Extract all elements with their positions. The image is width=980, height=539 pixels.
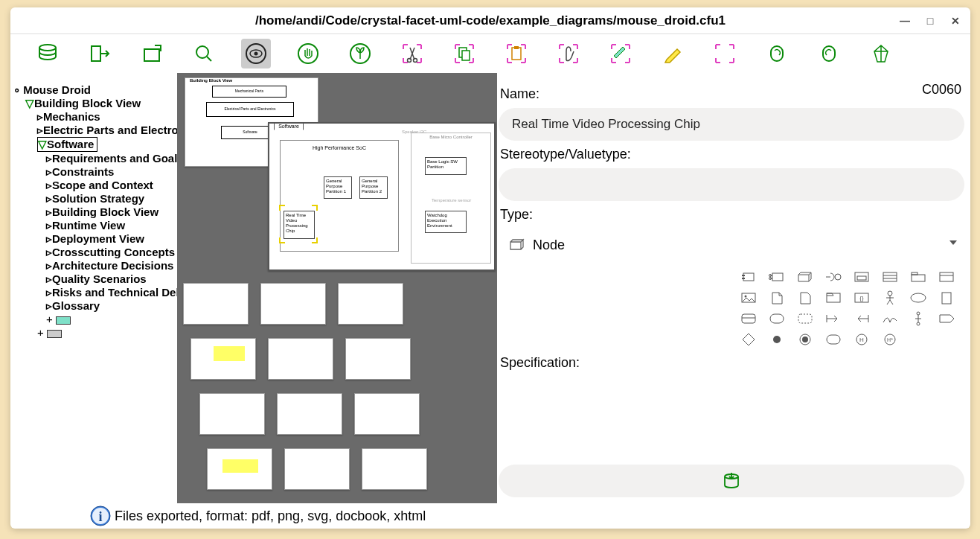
cut-icon[interactable]: [397, 39, 427, 68]
tree-new-child[interactable]: +: [10, 313, 177, 326]
palette-boundary-icon[interactable]: [933, 288, 960, 307]
palette-constraint-icon[interactable]: {}: [848, 288, 875, 307]
svg-point-0: [39, 45, 56, 51]
name-field[interactable]: Real Time Video Processing Chip: [499, 108, 964, 141]
palette-interface-req-icon[interactable]: [820, 267, 847, 287]
palette-decision-icon[interactable]: [735, 330, 762, 349]
view-eye-icon[interactable]: [241, 39, 271, 68]
palette-class-icon[interactable]: [877, 267, 903, 287]
tree-requirements[interactable]: ▹Requirements and Goals: [10, 152, 177, 165]
thumb-10[interactable]: [207, 448, 272, 490]
paste-icon[interactable]: [502, 39, 531, 68]
stereotype-label: Stereotype/Valuetype:: [500, 147, 964, 162]
palette-block-icon[interactable]: [735, 267, 762, 287]
block-gp1[interactable]: General Purpose Partition 1: [324, 176, 352, 199]
reset-selection-icon[interactable]: [710, 39, 740, 68]
palette-activity-icon[interactable]: [792, 309, 819, 328]
palette-deep-history-icon[interactable]: H*: [877, 330, 903, 349]
commit-button[interactable]: [499, 465, 964, 497]
copy-icon[interactable]: [449, 39, 479, 68]
type-dropdown[interactable]: Node: [499, 229, 964, 261]
palette-file-icon[interactable]: [792, 288, 819, 307]
thumb-6[interactable]: [345, 338, 411, 380]
palette-fork-icon[interactable]: [905, 309, 932, 328]
tree-risks[interactable]: ▹Risks and Technical Debts: [10, 286, 177, 299]
palette-roundrect-icon[interactable]: [763, 309, 790, 328]
tree-deployment[interactable]: ▹Deployment View: [10, 232, 177, 246]
plant-icon[interactable]: [345, 39, 375, 68]
palette-component-icon[interactable]: [763, 267, 790, 287]
main-diagram[interactable]: Software High Performance SoC General Pu…: [268, 122, 496, 271]
thumb-12[interactable]: [362, 448, 427, 490]
block-wde[interactable]: Watchdog Execution Environment: [425, 211, 467, 233]
export-icon[interactable]: [85, 39, 115, 68]
block-gp2[interactable]: General Purpose Partition 2: [359, 176, 388, 199]
tree-new-sibling[interactable]: +: [10, 326, 177, 339]
palette-actor-icon[interactable]: [877, 288, 903, 307]
palette-send-icon[interactable]: [820, 309, 847, 328]
palette-receive-icon[interactable]: [848, 309, 875, 328]
tree-root[interactable]: ∘ Mouse Droid: [10, 83, 177, 97]
hand-icon[interactable]: [293, 39, 323, 68]
palette-part-icon[interactable]: [848, 267, 875, 287]
search-icon[interactable]: [189, 39, 219, 68]
tree-software[interactable]: ▽Software: [37, 137, 97, 152]
palette-state-icon[interactable]: [735, 309, 762, 328]
tree-quality[interactable]: ▹Quality Scenarios: [10, 272, 177, 286]
database-save-icon: [721, 471, 742, 491]
tree-electric[interactable]: ▹Electric Parts and Electronics: [10, 124, 177, 137]
block-rtv[interactable]: Real Time Video Processing Chip: [284, 211, 315, 239]
palette-image-icon[interactable]: [735, 288, 762, 307]
tree-glossary[interactable]: ▹Glossary: [10, 299, 177, 313]
block-blsw[interactable]: Base Logic SW Partition: [425, 157, 467, 175]
palette-node-icon[interactable]: [792, 267, 819, 287]
palette-initial-icon[interactable]: [763, 330, 790, 349]
tree-crosscutting[interactable]: ▹Crosscutting Concepts: [10, 246, 177, 259]
tree-runtime[interactable]: ▹Runtime View: [10, 219, 177, 232]
canvas-area[interactable]: Building Block View Mechanical Parts Ele…: [177, 73, 497, 503]
instantiate-icon[interactable]: [606, 39, 635, 68]
tree-constraints[interactable]: ▹Constraints: [10, 165, 177, 179]
tree-bbv[interactable]: ▹Building Block View: [10, 205, 177, 219]
thumb-7[interactable]: [199, 393, 265, 435]
palette-shallow-history-icon[interactable]: [820, 330, 847, 349]
highlight-icon[interactable]: [658, 39, 688, 68]
maximize-button[interactable]: □: [918, 10, 942, 31]
tree-solution[interactable]: ▹Solution Strategy: [10, 192, 177, 205]
thumb-11[interactable]: [284, 448, 350, 490]
palette-frame-icon[interactable]: [820, 288, 847, 307]
palette-package-icon[interactable]: [905, 267, 932, 287]
info-icon: i: [89, 505, 112, 527]
thumb-4[interactable]: [190, 338, 256, 380]
minimize-button[interactable]: —: [893, 10, 917, 31]
svg-point-38: [888, 291, 892, 296]
palette-object-icon[interactable]: [933, 267, 960, 287]
tree-building-block[interactable]: ▽Building Block View: [10, 97, 177, 110]
stereotype-field[interactable]: [499, 168, 964, 201]
database-icon[interactable]: [33, 39, 63, 68]
undo-icon[interactable]: [762, 39, 792, 68]
tree-scope[interactable]: ▹Scope and Context: [10, 179, 177, 192]
thumb-1[interactable]: [183, 283, 249, 325]
palette-signal-icon[interactable]: [877, 309, 903, 328]
thumb-9[interactable]: [354, 393, 420, 435]
thumb-2[interactable]: [260, 283, 326, 325]
palette-history-icon[interactable]: H: [848, 330, 875, 349]
palette-final-icon[interactable]: [792, 330, 819, 349]
palette-accept-icon[interactable]: [933, 309, 960, 328]
close-button[interactable]: ✕: [944, 10, 967, 31]
redo-icon[interactable]: [814, 39, 844, 68]
thumb-3[interactable]: [338, 283, 403, 325]
delete-icon[interactable]: [554, 39, 583, 68]
thumb-5[interactable]: [268, 338, 333, 380]
svg-point-9: [408, 59, 411, 63]
crystal-icon[interactable]: [866, 39, 896, 68]
svg-point-3: [196, 46, 208, 58]
thumb-8[interactable]: [277, 393, 342, 435]
svg-point-7: [298, 44, 318, 63]
tree-mechanics[interactable]: ▹Mechanics: [10, 110, 177, 124]
palette-note-icon[interactable]: [763, 288, 790, 307]
palette-usecase-icon[interactable]: [905, 288, 932, 307]
tree-arch-dec[interactable]: ▹Architecture Decisions: [10, 259, 177, 272]
new-window-icon[interactable]: [137, 39, 167, 68]
